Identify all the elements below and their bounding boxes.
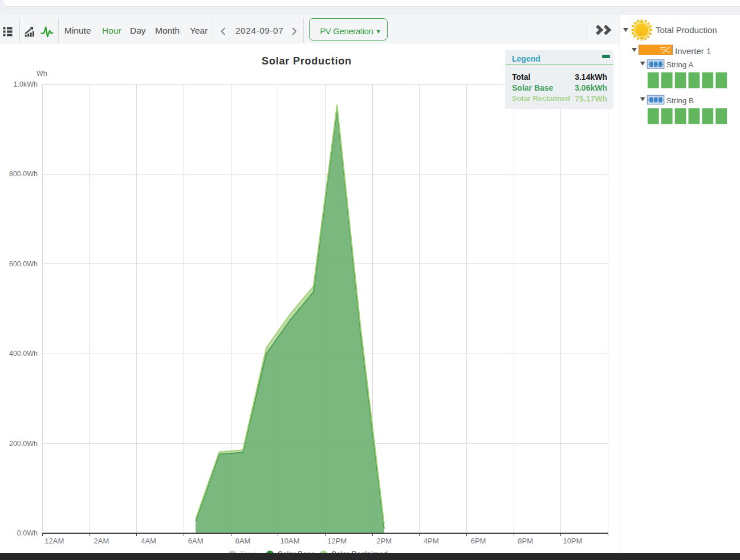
svg-text:4PM: 4PM	[424, 537, 439, 545]
svg-text:400.0Wh: 400.0Wh	[9, 350, 38, 358]
svg-text:6PM: 6PM	[471, 537, 486, 545]
svg-text:12PM: 12PM	[327, 537, 347, 545]
svg-text:600.0Wh: 600.0Wh	[9, 260, 38, 268]
svg-text:10PM: 10PM	[563, 537, 582, 545]
svg-text:1.0kWh: 1.0kWh	[14, 80, 38, 88]
svg-text:12AM: 12AM	[44, 537, 64, 545]
svg-text:8PM: 8PM	[518, 537, 533, 545]
svg-text:4AM: 4AM	[141, 537, 156, 545]
svg-text:0.0Wh: 0.0Wh	[17, 529, 38, 537]
svg-text:8AM: 8AM	[235, 537, 251, 545]
svg-text:200.0Wh: 200.0Wh	[9, 440, 38, 448]
svg-text:2PM: 2PM	[376, 537, 392, 545]
svg-text:2AM: 2AM	[94, 537, 109, 545]
svg-text:6AM: 6AM	[188, 537, 204, 545]
svg-text:Wh: Wh	[36, 70, 47, 78]
svg-text:800.0Wh: 800.0Wh	[9, 170, 38, 178]
svg-text:10AM: 10AM	[280, 537, 300, 545]
